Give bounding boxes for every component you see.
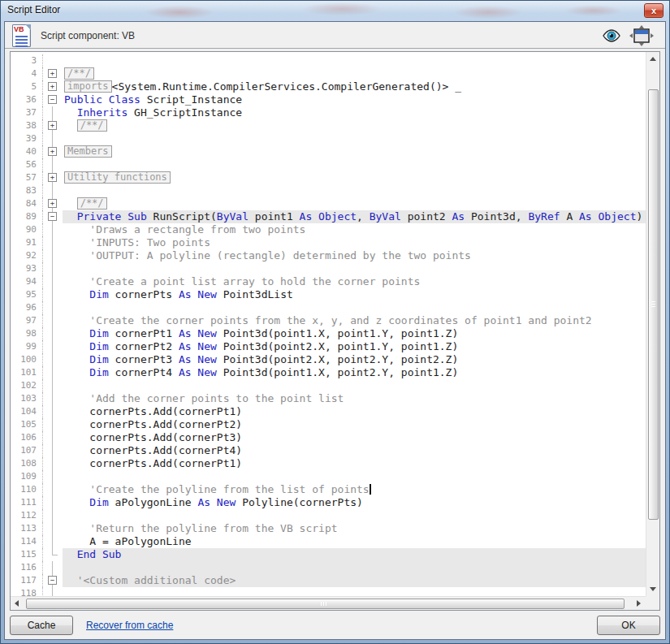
resize-window-icon[interactable] bbox=[629, 25, 654, 46]
code-line[interactable]: 113 'Return the polyline from the VB scr… bbox=[11, 522, 646, 535]
line-number: 4 bbox=[11, 67, 43, 80]
fold-structure-line bbox=[52, 340, 53, 353]
preview-eye-icon[interactable] bbox=[601, 28, 622, 44]
code-line[interactable]: 4+/**/ bbox=[11, 67, 646, 80]
code-line[interactable]: 84+ /**/ bbox=[11, 197, 646, 210]
code-line[interactable]: 36−Public Class Script_Instance bbox=[11, 93, 646, 106]
code-token: cornerPt1 bbox=[109, 327, 179, 339]
keyword-token: End Sub bbox=[77, 548, 122, 560]
collapsed-region-box[interactable]: /**/ bbox=[64, 67, 94, 80]
code-line[interactable]: 109 bbox=[11, 470, 646, 483]
fold-expand-icon[interactable]: + bbox=[48, 173, 57, 182]
code-line[interactable]: 96 bbox=[11, 301, 646, 314]
code-line[interactable]: 3 bbox=[11, 54, 646, 67]
code-line[interactable]: 56 bbox=[11, 158, 646, 171]
code-token bbox=[64, 106, 77, 119]
code-token: cornerPt2 bbox=[109, 340, 179, 352]
code-line[interactable]: 112 bbox=[11, 509, 646, 522]
code-text bbox=[63, 470, 646, 483]
code-line[interactable]: 116 bbox=[11, 561, 646, 574]
scroll-right-icon[interactable] bbox=[632, 597, 646, 611]
collapsed-region-box[interactable]: Utility functions bbox=[64, 171, 171, 184]
code-line[interactable]: 97 'Create the corner points from the x,… bbox=[11, 314, 646, 327]
code-token: Point3d, bbox=[465, 210, 528, 223]
line-number: 40 bbox=[11, 145, 43, 158]
line-number: 103 bbox=[11, 392, 43, 405]
fold-expand-icon[interactable]: + bbox=[48, 147, 57, 156]
fold-margin bbox=[43, 353, 63, 366]
code-line[interactable]: 100 Dim cornerPt3 As New Point3d(point2.… bbox=[11, 353, 646, 366]
fold-collapse-icon[interactable]: − bbox=[48, 95, 57, 104]
code-line[interactable]: 39 bbox=[11, 132, 646, 145]
code-line[interactable]: 104 cornerPts.Add(cornerPt1) bbox=[11, 405, 646, 418]
fold-margin bbox=[43, 262, 63, 275]
code-line[interactable]: 105 cornerPts.Add(cornerPt2) bbox=[11, 418, 646, 431]
vertical-scroll-thumb[interactable] bbox=[648, 89, 659, 520]
vertical-scrollbar[interactable] bbox=[646, 52, 659, 596]
fold-expand-icon[interactable]: + bbox=[48, 199, 57, 208]
code-line[interactable]: 98 Dim cornerPt1 As New Point3d(point1.X… bbox=[11, 327, 646, 340]
fold-structure-line bbox=[52, 496, 53, 509]
code-token bbox=[64, 236, 89, 249]
code-line[interactable]: 106 cornerPts.Add(cornerPt3) bbox=[11, 431, 646, 444]
collapsed-region-box[interactable]: /**/ bbox=[77, 119, 107, 132]
code-line[interactable]: 57+Utility functions bbox=[11, 171, 646, 184]
code-text: '<Custom additional code> bbox=[63, 574, 646, 587]
code-line[interactable]: 37 Inherits GH_ScriptInstance bbox=[11, 106, 646, 119]
code-line[interactable]: 89− Private Sub RunScript(ByVal point1 A… bbox=[11, 210, 646, 223]
code-line[interactable]: 108 cornerPts.Add(cornerPt1) bbox=[11, 457, 646, 470]
code-line[interactable]: 90 'Draws a rectangle from two points bbox=[11, 223, 646, 236]
fold-collapse-icon[interactable]: − bbox=[48, 212, 57, 221]
code-line[interactable]: 40+Members bbox=[11, 145, 646, 158]
recover-from-cache-link[interactable]: Recover from cache bbox=[86, 620, 173, 631]
collapsed-region-box[interactable]: Members bbox=[64, 145, 112, 158]
fold-structure-line bbox=[52, 548, 53, 555]
fold-structure-line bbox=[52, 457, 53, 470]
code-viewport[interactable]: 34+/**/5+imports<System.Runtime.Compiler… bbox=[11, 52, 646, 596]
code-line[interactable]: 103 'Add the corner points to the point … bbox=[11, 392, 646, 405]
horizontal-scroll-thumb[interactable] bbox=[26, 599, 625, 609]
code-line[interactable]: 91 'INPUTS: Two points bbox=[11, 236, 646, 249]
fold-expand-icon[interactable]: + bbox=[48, 121, 57, 130]
code-line[interactable]: 94 'Create a point list array to hold th… bbox=[11, 275, 646, 288]
code-text: 'Draws a rectangle from two points bbox=[63, 223, 646, 236]
cache-button[interactable]: Cache bbox=[10, 616, 73, 635]
code-line[interactable]: 5+imports<System.Runtime.CompilerService… bbox=[11, 80, 646, 93]
code-line[interactable]: 107 cornerPts.Add(cornerPt4) bbox=[11, 444, 646, 457]
code-line[interactable]: 117− '<Custom additional code> bbox=[11, 574, 646, 587]
title-bar[interactable]: Script Editor x bbox=[1, 1, 669, 21]
code-line[interactable]: 99 Dim cornerPt2 As New Point3d(point2.X… bbox=[11, 340, 646, 353]
fold-collapse-icon[interactable]: − bbox=[48, 576, 57, 585]
code-line[interactable]: 93 bbox=[11, 262, 646, 275]
code-text: /**/ bbox=[63, 119, 646, 132]
close-button[interactable]: x bbox=[644, 3, 664, 18]
code-line[interactable]: 95 Dim cornerPts As New Point3dList bbox=[11, 288, 646, 301]
code-line[interactable]: 115 End Sub bbox=[11, 548, 646, 561]
collapsed-region-box[interactable]: imports bbox=[64, 80, 112, 93]
line-number: 105 bbox=[11, 418, 43, 431]
collapsed-region-box[interactable]: /**/ bbox=[77, 197, 107, 210]
scroll-up-icon[interactable] bbox=[646, 52, 660, 66]
comment-token: '<Custom additional code> bbox=[77, 574, 236, 586]
code-line[interactable]: 38+ /**/ bbox=[11, 119, 646, 132]
fold-expand-icon[interactable]: + bbox=[48, 69, 57, 78]
scroll-down-icon[interactable] bbox=[646, 582, 660, 596]
code-token bbox=[64, 197, 77, 210]
code-line[interactable]: 114 A = aPolygonLine bbox=[11, 535, 646, 548]
line-number: 111 bbox=[11, 496, 43, 509]
code-line[interactable]: 101 Dim cornerPt4 As New Point3d(point1.… bbox=[11, 366, 646, 379]
fold-expand-icon[interactable]: + bbox=[48, 82, 57, 91]
code-line[interactable]: 83 bbox=[11, 184, 646, 197]
fold-margin: + bbox=[43, 119, 63, 132]
code-line[interactable]: 111 Dim aPolygonLine As New Polyline(cor… bbox=[11, 496, 646, 509]
scroll-left-icon[interactable] bbox=[11, 597, 24, 611]
code-text: cornerPts.Add(cornerPt2) bbox=[63, 418, 646, 431]
code-text: 'Add the corner points to the point list bbox=[63, 392, 646, 405]
comment-token: 'OUTPUT: A polyline (rectangle) determin… bbox=[89, 249, 471, 261]
code-line[interactable]: 110 'Create the polyline from the list o… bbox=[11, 483, 646, 496]
code-line[interactable]: 92 'OUTPUT: A polyline (rectangle) deter… bbox=[11, 249, 646, 262]
horizontal-scrollbar[interactable] bbox=[11, 596, 646, 610]
code-line[interactable]: 102 bbox=[11, 379, 646, 392]
code-line[interactable]: 118 bbox=[11, 587, 646, 596]
ok-button[interactable]: OK bbox=[597, 616, 660, 635]
